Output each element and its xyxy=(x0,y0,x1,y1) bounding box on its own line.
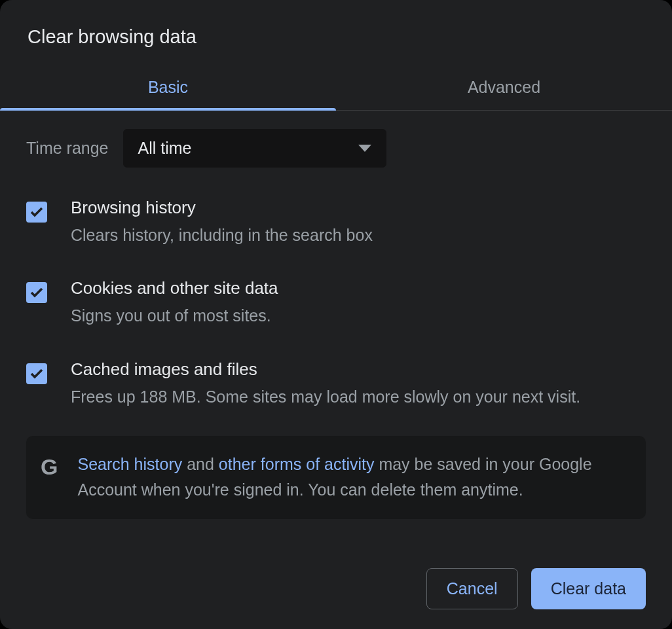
time-range-label: Time range xyxy=(26,139,109,158)
clear-data-button[interactable]: Clear data xyxy=(531,568,646,609)
tab-basic-label: Basic xyxy=(148,78,188,96)
dialog-body: Time range All time Browsing history Cle… xyxy=(0,111,672,629)
checkbox-cache[interactable] xyxy=(26,363,47,384)
option-title: Browsing history xyxy=(71,198,646,218)
search-history-link[interactable]: Search history xyxy=(77,455,182,473)
tab-bar: Basic Advanced xyxy=(0,66,672,111)
google-icon: G xyxy=(41,456,58,478)
option-browsing-history: Browsing history Clears history, includi… xyxy=(26,198,646,247)
chevron-down-icon xyxy=(358,145,371,152)
time-range-row: Time range All time xyxy=(26,129,646,168)
tab-basic[interactable]: Basic xyxy=(0,66,336,110)
option-title: Cookies and other site data xyxy=(71,278,646,298)
notice-text-segment: and xyxy=(182,455,219,473)
time-range-value: All time xyxy=(138,139,192,158)
dialog-footer: Cancel Clear data xyxy=(426,568,646,609)
check-icon xyxy=(29,285,45,300)
option-cache: Cached images and files Frees up 188 MB.… xyxy=(26,359,646,408)
check-icon xyxy=(29,366,45,382)
other-activity-link[interactable]: other forms of activity xyxy=(219,455,375,473)
option-title: Cached images and files xyxy=(71,359,646,380)
checkbox-cookies[interactable] xyxy=(26,282,47,303)
tab-advanced[interactable]: Advanced xyxy=(336,66,672,110)
checkbox-browsing-history[interactable] xyxy=(26,202,47,223)
option-desc: Clears history, including in the search … xyxy=(71,223,646,247)
notice-text: Search history and other forms of activi… xyxy=(77,452,627,503)
check-icon xyxy=(29,204,45,220)
google-account-notice: G Search history and other forms of acti… xyxy=(26,436,646,520)
clear-browsing-data-dialog: Clear browsing data Basic Advanced Time … xyxy=(0,0,672,629)
tab-advanced-label: Advanced xyxy=(468,78,540,96)
option-desc: Signs you out of most sites. xyxy=(71,304,646,327)
option-cookies: Cookies and other site data Signs you ou… xyxy=(26,278,646,327)
option-text: Cached images and files Frees up 188 MB.… xyxy=(71,359,646,408)
option-text: Browsing history Clears history, includi… xyxy=(71,198,646,247)
option-desc: Frees up 188 MB. Some sites may load mor… xyxy=(71,385,646,408)
dialog-title: Clear browsing data xyxy=(0,0,672,48)
cancel-button[interactable]: Cancel xyxy=(426,568,518,609)
time-range-select[interactable]: All time xyxy=(123,129,386,168)
option-text: Cookies and other site data Signs you ou… xyxy=(71,278,646,327)
